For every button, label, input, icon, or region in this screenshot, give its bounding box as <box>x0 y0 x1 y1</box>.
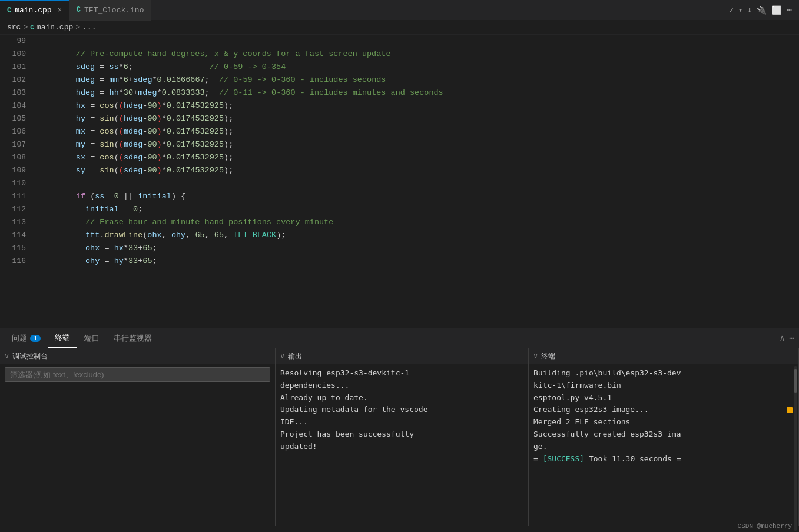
line-number: 105 <box>0 112 35 125</box>
line-content: ohx = hx*33+65; <box>35 242 799 255</box>
terminal-panel: ∨ 终端 Building .pio\build\esp32-s3-dev ki… <box>529 348 799 526</box>
checkmark-icon[interactable]: ✓ <box>729 5 734 15</box>
panel-tab-actions: ∧ ⋯ <box>780 333 794 343</box>
debug-console-panel: ∨ 调试控制台 <box>0 348 276 526</box>
line-content: tft.drawLine(ohx, ohy, 65, 65, TFT_BLACK… <box>35 229 799 242</box>
tab-terminal-label: 终端 <box>55 332 70 343</box>
code-line-100: 100 // Pre-compute hand degrees, x & y c… <box>0 48 799 61</box>
tab-serial-label: 串行监视器 <box>114 333 152 344</box>
code-line-101: 101 sdeg = ss*6; // 0-59 -> 0-354 <box>0 61 799 74</box>
tab-label-main: main.cpp <box>15 6 51 15</box>
line-content: sx = cos((sdeg-90)*0.0174532925); <box>35 151 799 164</box>
output-title: 输出 <box>288 351 302 361</box>
breadcrumb: src > C main.cpp > ... <box>0 21 799 35</box>
code-line-116: 116 ohy = hy*33+65; <box>0 255 799 268</box>
warning-indicator <box>787 407 793 413</box>
line-number: 112 <box>0 203 35 216</box>
code-line-114: 114 tft.drawLine(ohx, ohy, 65, 65, TFT_B… <box>0 229 799 242</box>
debug-console-title: 调试控制台 <box>12 351 48 361</box>
tab-port[interactable]: 端口 <box>77 328 107 348</box>
tab-icon-main: C <box>7 6 11 15</box>
plugin-icon[interactable]: 🔌 <box>757 5 767 15</box>
debug-filter-input[interactable] <box>5 367 270 382</box>
line-content: sdeg = ss*6; // 0-59 -> 0-354 <box>35 61 799 74</box>
line-number: 106 <box>0 125 35 138</box>
code-line-109: 109 sy = sin((sdeg-90)*0.0174532925); <box>0 164 799 177</box>
code-line-107: 107 my = sin((mdeg-90)*0.0174532925); <box>0 138 799 151</box>
panel-tabs: 问题 1 终端 端口 串行监视器 ∧ ⋯ <box>0 328 799 348</box>
line-content: // Pre-compute hand degrees, x & y coord… <box>35 48 799 61</box>
code-line-111: 111 if (ss==0 || initial) { <box>0 190 799 203</box>
line-number: 115 <box>0 242 35 255</box>
check-dropdown-icon[interactable]: ▾ <box>738 6 742 14</box>
code-lines: 99 100 // Pre-compute hand degrees, x & … <box>0 35 799 268</box>
line-content: // Erase hour and minute hand positions … <box>35 216 799 229</box>
line-number: 103 <box>0 87 35 99</box>
watermark: CSDN @mucherry <box>738 523 792 530</box>
code-line-99: 99 <box>0 35 799 48</box>
tab-serial[interactable]: 串行监视器 <box>107 328 159 348</box>
chevron-icon: ∨ <box>280 352 284 361</box>
tab-port-label: 端口 <box>84 333 100 344</box>
code-line-106: 106 mx = cos((mdeg-90)*0.0174532925); <box>0 125 799 138</box>
bottom-panels: ∨ 调试控制台 ∨ 输出 Resolving esp32-s3-devkitc-… <box>0 348 799 526</box>
line-number: 104 <box>0 99 35 112</box>
line-number: 113 <box>0 216 35 229</box>
tab-problems-label: 问题 <box>12 333 27 344</box>
breadcrumb-file[interactable]: main.cpp <box>37 23 73 32</box>
tab-main-cpp[interactable]: C main.cpp × <box>0 0 69 21</box>
code-line-112: 112 initial = 0; <box>0 203 799 216</box>
tab-tft-clock[interactable]: C TFT_Clock.ino <box>69 0 152 21</box>
split-icon[interactable]: ⬜ <box>771 5 781 15</box>
line-content: sy = sin((sdeg-90)*0.0174532925); <box>35 164 799 177</box>
line-content: mdeg = mm*6+sdeg*0.01666667; // 0-59 -> … <box>35 74 799 87</box>
line-number: 114 <box>0 229 35 242</box>
tab-label-tft: TFT_Clock.ino <box>84 6 144 15</box>
line-content: my = sin((mdeg-90)*0.0174532925); <box>35 138 799 151</box>
terminal-content[interactable]: Building .pio\build\esp32-s3-dev kitc-1\… <box>529 364 798 526</box>
tab-terminal[interactable]: 终端 <box>48 328 77 348</box>
tab-problems[interactable]: 问题 1 <box>5 328 48 348</box>
line-number: 100 <box>0 48 35 61</box>
output-content: Resolving esp32-s3-devkitc-1 dependencie… <box>276 364 528 526</box>
breadcrumb-src[interactable]: src <box>7 23 21 32</box>
output-panel: ∨ 输出 Resolving esp32-s3-devkitc-1 depend… <box>276 348 529 526</box>
terminal-text: Building .pio\build\esp32-s3-dev kitc-1\… <box>533 367 794 465</box>
breadcrumb-more[interactable]: ... <box>82 23 96 32</box>
panel-more-icon[interactable]: ⋯ <box>790 333 794 343</box>
problems-badge: 1 <box>30 335 41 342</box>
code-line-110: 110 <box>0 177 799 190</box>
output-text: Resolving esp32-s3-devkitc-1 dependencie… <box>280 367 523 453</box>
chevron-up-icon[interactable]: ∧ <box>780 333 784 343</box>
line-number: 99 <box>0 35 35 48</box>
output-header[interactable]: ∨ 输出 <box>276 348 528 364</box>
code-line-108: 108 sx = cos((sdeg-90)*0.0174532925); <box>0 151 799 164</box>
more-icon[interactable]: ⋯ <box>786 4 792 16</box>
line-number: 109 <box>0 164 35 177</box>
tab-bar: C main.cpp × C TFT_Clock.ino ✓ ▾ ⬇ 🔌 ⬜ ⋯ <box>0 0 799 21</box>
line-number: 116 <box>0 255 35 268</box>
line-content: initial = 0; <box>35 203 799 216</box>
close-icon-main[interactable]: × <box>58 6 62 15</box>
line-content: mx = cos((mdeg-90)*0.0174532925); <box>35 125 799 138</box>
download-icon[interactable]: ⬇ <box>747 5 752 15</box>
scrollbar-thumb[interactable] <box>794 369 797 393</box>
line-number: 102 <box>0 74 35 87</box>
breadcrumb-icon: C <box>30 24 34 31</box>
scrollbar-track <box>794 366 797 531</box>
line-content: ohy = hy*33+65; <box>35 255 799 268</box>
line-number: 108 <box>0 151 35 164</box>
line-content: if (ss==0 || initial) { <box>35 190 799 203</box>
terminal-header[interactable]: ∨ 终端 <box>529 348 798 364</box>
debug-console-header[interactable]: ∨ 调试控制台 <box>0 348 275 364</box>
tab-actions: ✓ ▾ ⬇ 🔌 ⬜ ⋯ <box>729 4 799 16</box>
code-editor: 99 100 // Pre-compute hand degrees, x & … <box>0 35 799 328</box>
line-content: hdeg = hh*30+mdeg*0.0833333; // 0-11 -> … <box>35 87 799 99</box>
line-number: 107 <box>0 138 35 151</box>
chevron-icon: ∨ <box>5 352 9 361</box>
tab-icon-tft: C <box>77 6 81 14</box>
line-number: 111 <box>0 190 35 203</box>
line-number: 110 <box>0 177 35 190</box>
code-line-113: 113 // Erase hour and minute hand positi… <box>0 216 799 229</box>
code-line-115: 115 ohx = hx*33+65; <box>0 242 799 255</box>
